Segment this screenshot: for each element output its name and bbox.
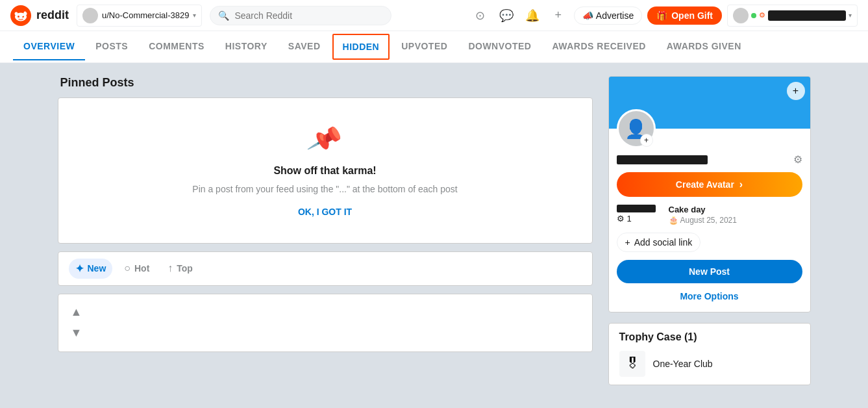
top-sort-icon: ↑ — [167, 262, 173, 274]
reddit-wordmark: reddit — [36, 8, 69, 22]
profile-settings-gear-icon[interactable]: ⚙ — [793, 153, 802, 166]
votes-area: ▲ ▼ — [58, 294, 593, 352]
tab-awards-received[interactable]: AWARDS RECEIVED — [541, 33, 656, 60]
cakeday-date: 🎂 August 25, 2021 — [669, 216, 737, 225]
tab-saved[interactable]: SAVED — [278, 33, 331, 60]
open-gift-label: Open Gift — [671, 10, 713, 21]
upvote-button[interactable]: ▲ — [69, 305, 84, 320]
create-avatar-button[interactable]: Create Avatar › — [617, 172, 802, 197]
reddit-logo-icon[interactable] — [10, 5, 31, 26]
search-input[interactable] — [234, 10, 383, 21]
sort-top-button[interactable]: ↑ Top — [161, 259, 199, 278]
tab-overview[interactable]: OVERVIEW — [13, 33, 85, 60]
karma-number: 1 — [627, 214, 632, 223]
svg-point-5 — [15, 12, 18, 15]
pinned-posts-title: Pinned Posts — [58, 76, 593, 90]
tab-comments[interactable]: COMMENTS — [138, 33, 215, 60]
sort-new-label: New — [88, 263, 106, 274]
karma-username-redacted — [617, 205, 656, 212]
avatar-area: 👤 + — [609, 109, 810, 148]
pinned-card-headline: Show off that karma! — [273, 165, 376, 177]
svg-point-6 — [24, 12, 27, 15]
user-dropdown-chevron-icon: ▾ — [193, 12, 196, 19]
right-header-avatar — [733, 8, 749, 23]
cakeday-date-value: August 25, 2021 — [680, 216, 737, 225]
open-gift-button[interactable]: 🎁 Open Gift — [647, 6, 722, 25]
profile-username-bar: ⚙ — [617, 153, 802, 166]
cake-icon: 🎂 — [669, 216, 678, 225]
tab-hidden[interactable]: HIDDEN — [332, 34, 390, 60]
tab-upvoted[interactable]: UPVOTED — [391, 33, 458, 60]
trophy-case-title: Trophy Case (1) — [619, 331, 800, 343]
trophy-name: One-Year Club — [653, 359, 713, 369]
right-dropdown-chevron-icon: ▾ — [849, 12, 852, 19]
header-icons: ⊙ 💬 🔔 + 📣 Advertise 🎁 Open Gift ⚙ ▾ — [470, 5, 858, 27]
tab-awards-given[interactable]: AWARDS GIVEN — [656, 33, 752, 60]
tab-posts[interactable]: POSTS — [85, 33, 138, 60]
new-post-button[interactable]: New Post — [617, 260, 802, 283]
downvote-button[interactable]: ▼ — [69, 325, 84, 341]
create-avatar-label: Create Avatar — [676, 179, 734, 190]
create-avatar-arrow-icon: › — [739, 179, 743, 190]
pin-icon: 📌 — [305, 120, 344, 158]
new-sort-icon: ✦ — [75, 262, 84, 275]
user-dropdown[interactable]: u/No-Commercial-3829 ▾ — [77, 5, 202, 27]
svg-point-2 — [18, 16, 19, 18]
gift-icon: 🎁 — [656, 10, 667, 21]
megaphone-icon: 📣 — [582, 10, 593, 21]
header: reddit u/No-Commercial-3829 ▾ 🔍 ⊙ 💬 🔔 + … — [0, 0, 868, 31]
home-icon-btn[interactable]: ⊙ — [470, 5, 491, 26]
karma-gear-icon: ⚙ — [617, 214, 625, 223]
sort-hot-button[interactable]: ○ Hot — [118, 259, 156, 278]
ok-got-it-link[interactable]: OK, I GOT IT — [298, 207, 352, 217]
vote-arrows: ▲ ▼ — [69, 305, 582, 341]
advertise-button[interactable]: 📣 Advertise — [574, 6, 642, 25]
right-column: + 👤 + ⚙ Create Avatar › — [608, 76, 811, 385]
karma-count: ⚙ 1 — [617, 214, 656, 223]
logo-area[interactable]: reddit — [10, 5, 69, 26]
add-social-link-button[interactable]: + Add social link — [617, 233, 701, 252]
add-social-plus-icon: + — [625, 237, 630, 248]
sort-top-label: Top — [177, 263, 193, 274]
header-avatar — [82, 8, 98, 23]
right-username-redacted — [768, 10, 846, 21]
pinned-posts-card: 📌 Show off that karma! Pin a post from y… — [58, 97, 593, 244]
profile-username-redacted — [617, 155, 708, 164]
search-icon: 🔍 — [218, 10, 229, 21]
add-icon-btn[interactable]: + — [548, 5, 569, 26]
add-social-label: Add social link — [634, 237, 693, 248]
left-column: Pinned Posts 📌 Show off that karma! Pin … — [58, 76, 593, 352]
sort-hot-label: Hot — [134, 263, 149, 274]
header-username: u/No-Commercial-3829 — [102, 10, 189, 20]
profile-nav: OVERVIEW POSTS COMMENTS HISTORY SAVED HI… — [0, 31, 868, 63]
sort-bar: ✦ New ○ Hot ↑ Top — [58, 251, 593, 286]
main-content: Pinned Posts 📌 Show off that karma! Pin … — [45, 76, 824, 385]
trophy-icon: 🎖 — [619, 351, 645, 377]
user-menu-right[interactable]: ⚙ ▾ — [727, 5, 858, 27]
add-avatar-photo-button[interactable]: + — [640, 134, 653, 147]
hot-sort-icon: ○ — [124, 262, 130, 274]
trophy-case-card: Trophy Case (1) 🎖 One-Year Club — [608, 323, 811, 385]
cakeday-section: Cake day 🎂 August 25, 2021 — [669, 205, 737, 225]
notifications-icon-btn[interactable]: 🔔 — [522, 5, 543, 26]
online-status-dot — [751, 13, 756, 18]
sort-new-button[interactable]: ✦ New — [69, 259, 113, 279]
profile-card: + 👤 + ⚙ Create Avatar › — [608, 76, 811, 312]
user-settings-gear-icon: ⚙ — [759, 11, 765, 19]
more-options-link[interactable]: More Options — [617, 288, 802, 304]
tab-history[interactable]: HISTORY — [215, 33, 278, 60]
trophy-item: 🎖 One-Year Club — [619, 351, 800, 377]
tab-downvoted[interactable]: DOWNVOTED — [458, 33, 541, 60]
cakeday-label: Cake day — [669, 205, 737, 214]
karma-section: ⚙ 1 — [617, 205, 656, 223]
advertise-label: Advertise — [596, 10, 634, 21]
profile-info: ⚙ Create Avatar › ⚙ 1 Cake day — [609, 148, 810, 312]
search-bar[interactable]: 🔍 — [210, 6, 391, 25]
karma-date-row: ⚙ 1 Cake day 🎂 August 25, 2021 — [617, 205, 802, 225]
chat-icon-btn[interactable]: 💬 — [496, 5, 517, 26]
pinned-card-description: Pin a post from your feed using the "...… — [192, 183, 457, 196]
add-banner-button[interactable]: + — [787, 82, 805, 100]
